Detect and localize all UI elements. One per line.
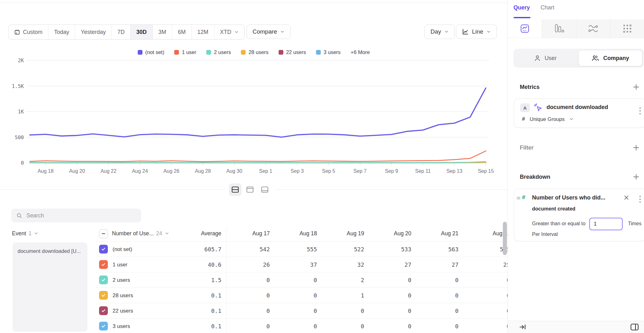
layout-split-icon	[231, 186, 239, 193]
layout-top-icon	[246, 186, 254, 193]
aggregation-label: Unique Groups	[530, 116, 564, 122]
breakdown-property-name: Number of Users who did...	[532, 194, 605, 201]
metrics-title: Metrics	[520, 84, 540, 90]
aggregation-dropdown[interactable]: # Unique Groups	[522, 116, 574, 122]
svg-text:Aug 18: Aug 18	[38, 168, 54, 174]
breakdown-section-header: Breakdown	[520, 172, 640, 182]
check-icon	[101, 277, 106, 283]
tab-query[interactable]: Query	[514, 4, 530, 11]
active-tab-indicator	[514, 17, 530, 18]
range-3m[interactable]: 3M	[153, 25, 172, 39]
metric-menu-button[interactable]	[639, 107, 641, 115]
breakdown-value-input[interactable]	[589, 218, 623, 230]
layout-split-button[interactable]	[229, 183, 242, 196]
line-chart: 05001K1.5K2KAug 18Aug 20Aug 22Aug 24Aug …	[0, 44, 508, 179]
breakdown-condition-label: Greater than or equal to	[532, 221, 586, 227]
range-label: 3M	[158, 29, 166, 35]
add-filter-button[interactable]	[633, 144, 640, 151]
event-sparkle-icon	[533, 103, 543, 113]
range-label: 7D	[117, 29, 125, 35]
svg-text:Sep 1: Sep 1	[259, 168, 272, 174]
toggle-side-panel-button[interactable]	[630, 324, 639, 330]
chart-type-flow-tab[interactable]	[576, 19, 610, 38]
range-7d[interactable]: 7D	[112, 25, 130, 39]
table-row: 1 user40.6263732272725	[0, 257, 508, 272]
breakdown-menu-button[interactable]	[639, 195, 641, 203]
hash-icon: #	[522, 116, 525, 122]
search-input[interactable]	[26, 212, 136, 219]
row-checkbox[interactable]	[99, 306, 108, 315]
chart-type-bar-tab[interactable]	[542, 19, 576, 38]
chart-type-scatter-tab[interactable]	[610, 19, 644, 38]
range-label: Today	[54, 29, 69, 35]
calendar-icon	[14, 29, 20, 35]
query-panel: Query Chart	[508, 0, 644, 333]
flow-chart-icon	[588, 24, 598, 33]
metric-letter-badge: A	[520, 103, 530, 112]
layout-table-only-button[interactable]	[258, 183, 271, 196]
add-metric-button[interactable]	[633, 84, 640, 90]
range-today[interactable]: Today	[48, 25, 75, 39]
drag-handle-icon[interactable]	[516, 196, 521, 200]
row-label: 2 users	[113, 272, 130, 288]
hash-icon: #	[522, 194, 525, 201]
collapse-panel-button[interactable]	[519, 324, 526, 330]
chart-type-line-tab[interactable]	[508, 19, 542, 38]
date-column-header: Aug 22	[447, 228, 510, 238]
remove-breakdown-button[interactable]	[624, 195, 629, 200]
row-checkbox[interactable]	[99, 260, 108, 269]
date-range-group: CustomTodayYesterday7D30D3M6M12MXTD	[8, 25, 245, 40]
panel-right-icon	[630, 324, 639, 330]
metric-event-name: document downloaded	[547, 104, 608, 111]
line-chart-icon	[520, 24, 530, 33]
range-12m[interactable]: 12M	[192, 25, 214, 39]
range-xtd[interactable]: XTD	[214, 25, 244, 39]
chart-type-tabs	[508, 19, 644, 38]
add-breakdown-button[interactable]	[633, 173, 640, 180]
layout-chart-only-button[interactable]	[244, 183, 256, 196]
range-custom[interactable]: Custom	[8, 25, 48, 39]
svg-text:Aug 30: Aug 30	[226, 168, 242, 174]
svg-text:Sep 11: Sep 11	[415, 168, 431, 174]
row-checkbox[interactable]	[99, 322, 108, 330]
range-6m[interactable]: 6M	[172, 25, 192, 39]
event-count: 1	[29, 230, 32, 237]
breakdown-unit-label: Times	[628, 221, 641, 227]
metric-card[interactable]: A document downloaded # Unique Groups	[514, 98, 644, 128]
range-label: 12M	[197, 29, 208, 35]
cell-value: 0	[447, 303, 510, 319]
toggle-user[interactable]: User	[514, 49, 577, 68]
close-icon	[624, 195, 629, 200]
range-label: XTD	[220, 29, 231, 35]
table-row: 2 users1.5002000	[0, 272, 508, 288]
chart-type-dropdown[interactable]: Line	[456, 25, 497, 39]
kebab-icon	[639, 107, 641, 115]
svg-text:Aug 28: Aug 28	[195, 168, 211, 174]
compare-button[interactable]: Compare	[247, 25, 291, 39]
toggle-company[interactable]: Company	[578, 50, 642, 66]
filter-title: Filter	[520, 145, 534, 151]
breakdown-event-name: document created	[532, 206, 575, 212]
row-checkbox[interactable]	[99, 245, 108, 254]
metrics-section-header: Metrics	[520, 82, 640, 92]
interval-dropdown[interactable]: Day	[425, 25, 455, 39]
filter-section-header: Filter	[520, 143, 640, 152]
tab-chart[interactable]: Chart	[541, 4, 554, 11]
chevron-down-icon	[444, 30, 449, 34]
cell-value: 25	[447, 257, 510, 272]
event-column-header[interactable]: Event 1	[12, 228, 38, 238]
row-checkbox[interactable]	[99, 276, 108, 284]
svg-text:Aug 24: Aug 24	[132, 168, 148, 174]
range-label: Yesterday	[81, 29, 106, 35]
row-checkbox[interactable]	[99, 291, 108, 300]
range-30d[interactable]: 30D	[130, 25, 153, 39]
row-label: 22 users	[113, 303, 133, 319]
range-yesterday[interactable]: Yesterday	[75, 25, 112, 39]
row-label: 1 user	[113, 257, 127, 272]
check-icon	[101, 292, 106, 298]
vertical-scrollbar[interactable]	[503, 222, 507, 255]
svg-text:Sep 5: Sep 5	[322, 168, 335, 174]
panel-footer	[508, 321, 644, 333]
chevron-down-icon	[34, 231, 38, 236]
select-all-checkbox[interactable]	[99, 229, 108, 238]
